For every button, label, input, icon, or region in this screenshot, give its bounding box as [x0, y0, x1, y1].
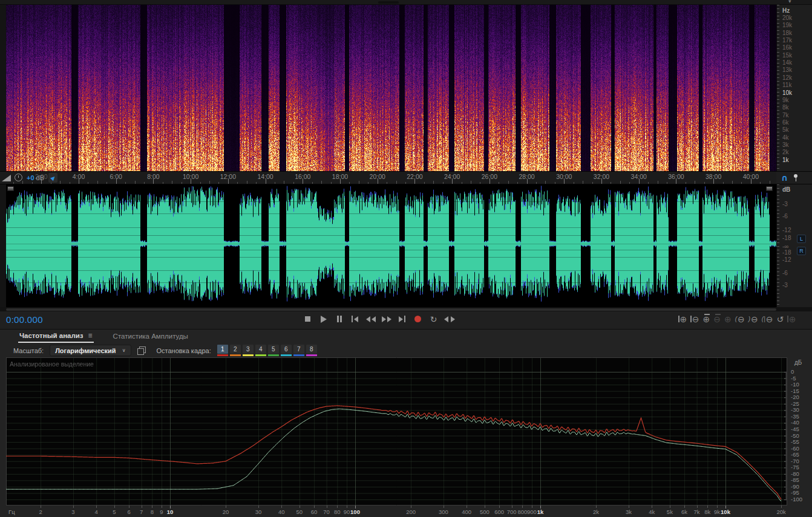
ruler-tick-mark [22, 181, 23, 184]
tab-frequency-analysis[interactable]: Частотный анализ ≡ [18, 330, 94, 343]
zoom-in-at-out-point-button[interactable]: )⊖ [748, 314, 758, 324]
db-axis-label: -55 [791, 439, 810, 445]
freq-axis-tick [670, 506, 670, 508]
hold-frame-button-4[interactable]: 4 [255, 345, 266, 356]
hold-color-strip [281, 354, 292, 356]
ruler-tick-mark [751, 179, 751, 184]
pin-playhead-button[interactable]: ▶ [48, 173, 57, 183]
hz-tick-label: 8k [782, 105, 810, 111]
hold-frame-button-6[interactable]: 6 [281, 345, 292, 356]
hz-tick-label: 15k [782, 53, 810, 59]
zoom-to-selection-button[interactable]: ⊕ [724, 314, 732, 324]
clock-icon[interactable] [15, 174, 22, 181]
ruler-tick-mark [247, 181, 247, 184]
hold-buttons: 12345678 [217, 345, 317, 356]
zoom-selection-horizontal-button[interactable]: (|⊖ [762, 314, 773, 324]
db-axis-label: -20 [791, 394, 810, 400]
ruler-tick-mark [620, 181, 621, 184]
panel-collapse-icon[interactable]: ▾ [788, 0, 791, 4]
ruler-tick-mark [32, 182, 33, 184]
ruler-tick-mark [97, 181, 98, 184]
ruler-tick-mark [209, 181, 210, 184]
channel-left-button[interactable]: L [797, 235, 806, 243]
fade-envelope-icon[interactable] [2, 175, 11, 181]
freq-axis-label: 30 [248, 509, 269, 515]
db-tick-label: -12 [782, 257, 810, 263]
db-tick-label: -6 [782, 213, 810, 219]
spectrogram-display[interactable] [6, 5, 776, 171]
ruler-tick-mark [760, 182, 761, 184]
time-ruler[interactable]: 2:004:006:008:0010:0012:0014:0016:0018:0… [0, 171, 776, 184]
skip-to-end-button[interactable] [397, 314, 407, 324]
scale-dropdown[interactable]: Логарифмический ∨ [50, 345, 131, 356]
ruler-tick-mark [414, 179, 415, 184]
freq-axis-label: 20k [771, 509, 791, 515]
time-display[interactable]: 0:00.000 [6, 314, 43, 325]
tab-amplitude-statistics[interactable]: Статистика Амплитуды [112, 331, 189, 342]
zoom-out-time-button[interactable]: ⊖ [690, 314, 699, 324]
corner-adjust-icon-left[interactable] [7, 186, 14, 191]
skip-to-start-button[interactable] [350, 314, 360, 324]
freq-axis-label: 3k [618, 509, 639, 515]
scrollbar-thumb[interactable] [6, 308, 776, 311]
zoom-in-time-button[interactable]: ⊕ [678, 314, 687, 324]
ruler-tick-mark [312, 182, 313, 184]
zoom-out-amplitude-button[interactable]: ⊖ [713, 314, 721, 324]
hold-frame-button-2[interactable]: 2 [230, 345, 241, 356]
ruler-tick-mark [88, 182, 88, 184]
freq-axis-tick [512, 506, 512, 508]
ruler-tick-mark [359, 181, 359, 184]
hz-tick-label: 17k [782, 37, 810, 44]
freq-axis-tick [499, 506, 500, 508]
waveform-amplitude-scale: dB -3-6-12-18-∞-18-12-6-3 [776, 184, 812, 307]
zoom-full-button[interactable]: ⊕ [787, 314, 796, 324]
loop-playback-button[interactable]: ↻ [428, 314, 439, 324]
hold-frame-button-5[interactable]: 5 [268, 345, 279, 356]
zoom-in-amplitude-button[interactable]: ⊕ [702, 314, 710, 324]
ruler-tick-mark [741, 182, 742, 184]
copy-graph-button[interactable] [137, 346, 146, 355]
db-axis-label: -35 [791, 414, 810, 420]
hz-tick-label: 9k [782, 97, 810, 103]
corner-adjust-icon-right[interactable] [766, 186, 773, 191]
skip-selection-button[interactable] [444, 314, 454, 324]
ruler-tick-mark [218, 182, 219, 184]
record-button[interactable] [413, 314, 423, 324]
graph-db-unit: дБ [794, 359, 802, 366]
ruler-tick-mark [396, 181, 397, 184]
freq-axis-tick [652, 506, 652, 508]
hold-frame-button-8[interactable]: 8 [306, 345, 317, 356]
ruler-tick-mark [667, 182, 667, 184]
freq-axis-tick [96, 506, 97, 508]
hold-frame-button-1[interactable]: 1 [217, 345, 228, 356]
zoom-in-at-in-point-button[interactable]: (⊖ [735, 314, 745, 324]
hold-frame-button-7[interactable]: 7 [293, 345, 304, 356]
ruler-tick-mark [144, 182, 145, 184]
gain-control[interactable]: +0dB [27, 174, 44, 181]
hz-tick-label: 18k [782, 30, 810, 36]
frequency-graph[interactable] [6, 357, 787, 506]
ruler-tick-mark [601, 179, 602, 184]
ruler-tick-mark [387, 182, 387, 184]
panel-drag-handle[interactable] [378, 1, 399, 4]
pause-button[interactable] [334, 314, 344, 324]
panel-menu-icon[interactable]: ≡ [88, 331, 93, 340]
freq-axis-tick [314, 506, 315, 508]
waveform-display[interactable] [6, 184, 776, 307]
hold-frame-button-3[interactable]: 3 [243, 345, 254, 356]
reset-zoom-button[interactable]: ↺ [777, 314, 784, 324]
channel-right-button[interactable]: R [797, 247, 806, 255]
play-button[interactable] [318, 314, 329, 324]
rewind-button[interactable] [365, 314, 376, 324]
fast-forward-button[interactable] [381, 314, 391, 324]
ruler-tick-mark [172, 181, 172, 184]
hz-tick-label: 6k [782, 120, 810, 126]
ruler-tick-mark [545, 181, 546, 184]
ruler-tick-mark [611, 182, 611, 184]
freq-axis-tick [114, 506, 115, 508]
ruler-tick-mark [629, 182, 630, 184]
magnet-snap-icon[interactable]: ∩ [781, 173, 788, 183]
freq-axis-tick [629, 506, 629, 508]
stop-button[interactable] [303, 314, 313, 324]
ruler-tick-mark [462, 182, 462, 184]
